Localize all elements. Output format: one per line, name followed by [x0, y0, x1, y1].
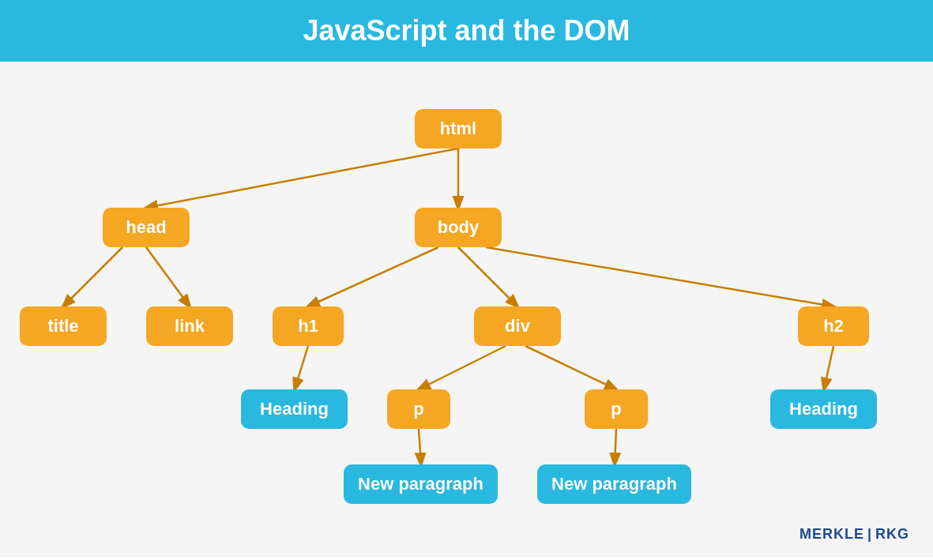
logo-part1: MERKLE [799, 526, 864, 542]
svg-line-3 [146, 247, 190, 306]
logo: MERKLE|RKG [799, 526, 909, 543]
svg-line-10 [824, 346, 833, 389]
svg-line-9 [525, 346, 616, 389]
node-newpara2: New paragraph [537, 464, 691, 504]
svg-line-5 [458, 247, 517, 306]
node-body: body [415, 208, 502, 247]
node-html: html [415, 109, 502, 148]
svg-line-8 [419, 346, 506, 389]
svg-line-11 [419, 429, 421, 464]
node-p1: p [387, 389, 450, 429]
node-h1: h1 [273, 306, 344, 346]
node-link: link [146, 306, 233, 346]
node-p2: p [585, 389, 648, 429]
node-heading1: Heading [241, 389, 348, 429]
logo-divider: | [867, 526, 872, 542]
node-newpara1: New paragraph [344, 464, 498, 504]
node-head: head [103, 208, 190, 247]
svg-line-2 [63, 247, 122, 306]
diagram-area: html head body title link h1 div h2 Head… [0, 62, 933, 557]
node-title: title [20, 306, 107, 346]
header: JavaScript and the DOM [0, 0, 933, 62]
svg-line-6 [486, 247, 833, 306]
node-div: div [474, 306, 561, 346]
svg-line-7 [295, 346, 308, 389]
svg-line-4 [308, 247, 438, 306]
page-title: JavaScript and the DOM [303, 14, 630, 47]
node-h2: h2 [798, 306, 869, 346]
svg-line-12 [615, 429, 616, 464]
svg-line-0 [146, 148, 458, 208]
node-heading2: Heading [770, 389, 877, 429]
logo-part2: RKG [875, 526, 909, 542]
